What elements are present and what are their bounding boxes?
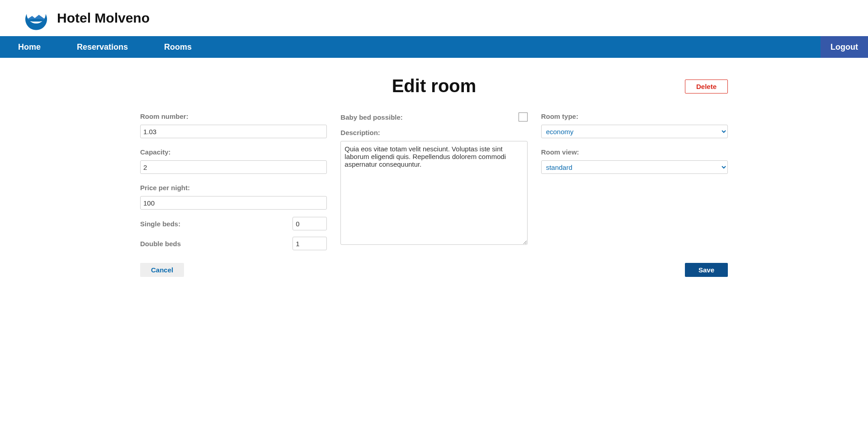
room-view-label: Room view: xyxy=(541,148,728,156)
capacity-label: Capacity: xyxy=(140,148,327,156)
double-beds-label: Double beds xyxy=(140,240,181,248)
content: Edit room Delete Room number: Capacity: … xyxy=(131,58,737,286)
svg-point-0 xyxy=(28,19,44,22)
single-beds-row: Single beds: xyxy=(140,217,327,230)
form-grid: Room number: Capacity: Price per night: … xyxy=(140,110,728,257)
save-button[interactable]: Save xyxy=(685,263,728,277)
price-input[interactable] xyxy=(140,196,327,210)
brand-title: Hotel Molveno xyxy=(57,10,150,26)
delete-button[interactable]: Delete xyxy=(685,80,728,94)
description-textarea[interactable] xyxy=(340,141,527,245)
room-number-label: Room number: xyxy=(140,112,327,120)
actions-row: Cancel Save xyxy=(140,263,728,277)
nav-home[interactable]: Home xyxy=(0,36,59,58)
form-col-2: Baby bed possible: Description: xyxy=(340,110,527,257)
logout-button[interactable]: Logout xyxy=(821,36,868,58)
baby-bed-label: Baby bed possible: xyxy=(340,113,403,121)
description-label: Description: xyxy=(340,129,527,136)
form-col-3: Room type: economy Room view: standard xyxy=(541,110,728,257)
page-title: Edit room xyxy=(392,76,476,96)
form-col-1: Room number: Capacity: Price per night: … xyxy=(140,110,327,257)
room-view-select[interactable]: standard xyxy=(541,160,728,174)
header: Hotel Molveno xyxy=(0,0,868,36)
baby-bed-row: Baby bed possible: xyxy=(340,112,527,122)
single-beds-label: Single beds: xyxy=(140,220,180,228)
single-beds-input[interactable] xyxy=(292,217,327,230)
page-header: Edit room Delete xyxy=(140,76,728,96)
price-label: Price per night: xyxy=(140,184,327,192)
double-beds-input[interactable] xyxy=(292,237,327,250)
room-type-label: Room type: xyxy=(541,112,728,120)
baby-bed-checkbox[interactable] xyxy=(519,112,528,122)
room-type-select[interactable]: economy xyxy=(541,125,728,138)
room-number-input[interactable] xyxy=(140,125,327,138)
cancel-button[interactable]: Cancel xyxy=(140,263,184,277)
brand-logo-icon xyxy=(23,5,50,32)
capacity-input[interactable] xyxy=(140,160,327,174)
nav-bar: Home Reservations Rooms Logout xyxy=(0,36,868,58)
nav-reservations[interactable]: Reservations xyxy=(59,36,146,58)
nav-rooms[interactable]: Rooms xyxy=(146,36,210,58)
double-beds-row: Double beds xyxy=(140,237,327,250)
